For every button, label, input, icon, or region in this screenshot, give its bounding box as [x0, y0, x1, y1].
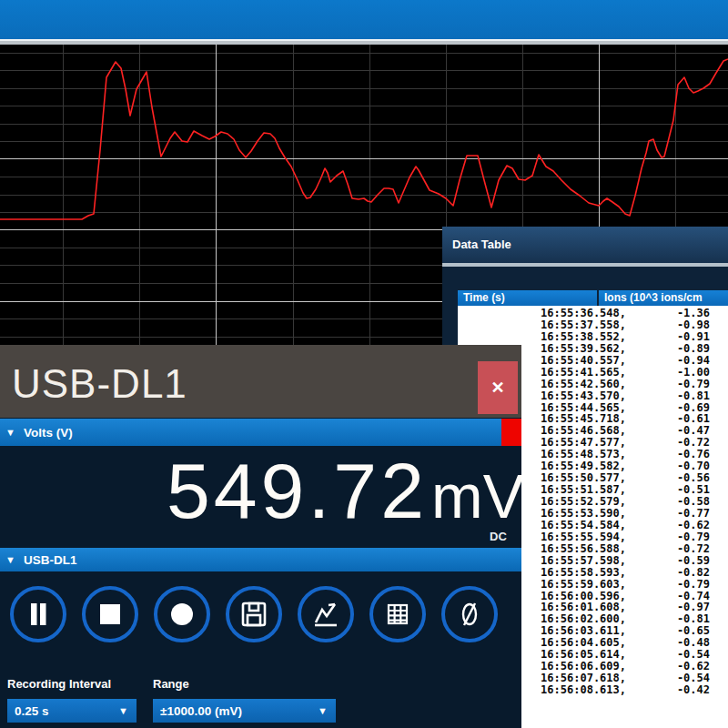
- value-cell: -0.42: [626, 683, 710, 695]
- save-icon: [238, 599, 269, 630]
- value-cell: -0.72: [626, 542, 710, 554]
- column-header-time[interactable]: Time (s): [458, 290, 597, 306]
- column-header-ions[interactable]: Ions (10^3 ions/cm: [599, 290, 728, 306]
- value-cell: -0.72: [626, 436, 710, 448]
- value-cell: -0.65: [626, 624, 710, 636]
- value-cell: -0.82: [626, 566, 710, 578]
- value-cell: -0.58: [626, 495, 710, 507]
- pause-icon: [23, 599, 54, 630]
- zero-button[interactable]: [441, 586, 498, 642]
- pause-button[interactable]: [10, 586, 66, 642]
- chart-trace: [0, 59, 728, 219]
- range-label: Range: [153, 677, 189, 691]
- value-cell: -1.36: [626, 307, 710, 318]
- recording-interval-dropdown[interactable]: 0.25 s ▼: [7, 699, 136, 723]
- value-cell: -0.81: [626, 389, 710, 401]
- graph-button[interactable]: [298, 586, 354, 642]
- usb-dl1-window-title: USB-DL1: [12, 361, 187, 407]
- app-titlebar: [0, 0, 728, 39]
- value-cell: -0.61: [626, 412, 710, 424]
- value-cell: -0.56: [626, 471, 710, 483]
- zero-icon: [454, 599, 485, 630]
- value-cell: -0.97: [626, 601, 710, 612]
- dropdown-arrow-icon: ▼: [318, 705, 328, 716]
- stop-button[interactable]: [82, 586, 138, 642]
- data-table-title: Data Table: [452, 227, 511, 263]
- channel-label: Volts (V): [24, 426, 73, 440]
- value-cell: -0.98: [626, 318, 710, 330]
- value-cell: -0.77: [626, 507, 710, 519]
- close-icon: ✕: [490, 378, 504, 398]
- stop-icon: [95, 599, 126, 630]
- save-button[interactable]: [226, 586, 282, 642]
- channel-section-bar[interactable]: ▼ Volts (V): [0, 419, 521, 446]
- device-label: USB-DL1: [24, 553, 77, 567]
- value-cell: -0.74: [626, 590, 710, 602]
- titlebar-highlight: [442, 263, 728, 267]
- table-row[interactable]: 16:55:37.558,-0.98: [458, 318, 728, 330]
- close-button[interactable]: ✕: [478, 361, 518, 414]
- chevron-down-icon: ▼: [5, 427, 15, 438]
- table-icon: [382, 599, 413, 630]
- time-cell: 16:55:36.548,: [458, 307, 626, 318]
- value-cell: -0.89: [626, 342, 710, 354]
- value-cell: -0.47: [626, 424, 710, 436]
- reading-unit: mV: [431, 461, 521, 531]
- value-cell: -0.81: [626, 612, 710, 624]
- line-chart-icon: [310, 599, 341, 630]
- range-dropdown[interactable]: ±1000.00 (mV) ▼: [153, 699, 336, 723]
- record-button[interactable]: [154, 586, 210, 642]
- value-cell: -0.54: [626, 672, 710, 683]
- chevron-down-icon: ▼: [5, 554, 15, 565]
- value-cell: -0.79: [626, 578, 710, 590]
- recording-interval-value: 0.25 s: [15, 704, 118, 718]
- value-cell: -0.62: [626, 519, 710, 531]
- usb-dl1-window: USB-DL1 ✕ ▼ Volts (V) 549.72mV DC ▼ USB-…: [0, 345, 521, 728]
- value-cell: -0.91: [626, 330, 710, 342]
- table-button[interactable]: [369, 586, 426, 642]
- reading-value: 549.72: [167, 447, 428, 534]
- data-table-titlebar[interactable]: Data Table: [442, 227, 728, 263]
- value-cell: -1.00: [626, 366, 710, 378]
- time-cell: 16:55:37.558,: [458, 318, 626, 330]
- record-icon: [167, 599, 197, 630]
- table-row[interactable]: 16:55:38.552,-0.91: [458, 330, 728, 342]
- recording-interval-label: Recording Interval: [7, 677, 111, 691]
- value-cell: -0.69: [626, 401, 710, 413]
- device-section-bar[interactable]: ▼ USB-DL1: [0, 548, 521, 571]
- data-table-header: Time (s) Ions (10^3 ions/cm: [458, 290, 728, 306]
- reading-mode-label: DC: [490, 530, 507, 543]
- value-cell: -0.70: [626, 460, 710, 471]
- time-cell: 16:55:38.552,: [458, 330, 626, 342]
- value-cell: -0.59: [626, 554, 710, 566]
- value-cell: -0.48: [626, 636, 710, 648]
- usb-dl1-titlebar[interactable]: USB-DL1 ✕: [0, 345, 521, 418]
- value-cell: -0.51: [626, 483, 710, 495]
- meter-reading: 549.72mV: [146, 447, 521, 538]
- value-cell: -0.62: [626, 660, 710, 672]
- range-value: ±1000.00 (mV): [160, 704, 318, 718]
- value-cell: -0.94: [626, 354, 710, 366]
- table-row[interactable]: 16:55:36.548,-1.36: [458, 307, 728, 318]
- channel-status-indicator: [501, 419, 521, 446]
- value-cell: -0.79: [626, 531, 710, 542]
- value-cell: -0.54: [626, 648, 710, 660]
- value-cell: -0.76: [626, 448, 710, 460]
- dropdown-arrow-icon: ▼: [118, 705, 128, 716]
- value-cell: -0.79: [626, 378, 710, 389]
